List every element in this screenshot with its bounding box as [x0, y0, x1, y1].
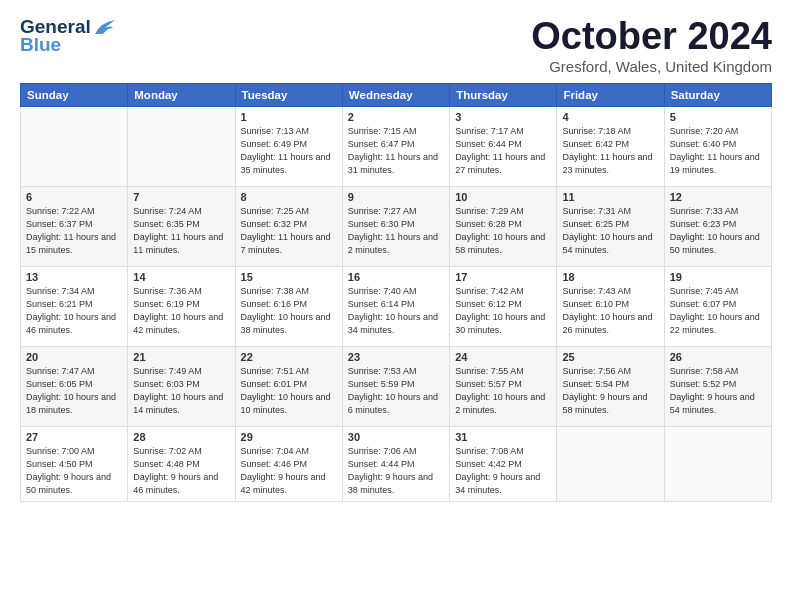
calendar-cell: 4Sunrise: 7:18 AMSunset: 6:42 PMDaylight… [557, 106, 664, 186]
calendar-cell [21, 106, 128, 186]
calendar-cell: 31Sunrise: 7:08 AMSunset: 4:42 PMDayligh… [450, 426, 557, 501]
day-info: Sunrise: 7:56 AMSunset: 5:54 PMDaylight:… [562, 365, 658, 417]
day-info: Sunrise: 7:18 AMSunset: 6:42 PMDaylight:… [562, 125, 658, 177]
header-sunday: Sunday [21, 83, 128, 106]
day-info: Sunrise: 7:45 AMSunset: 6:07 PMDaylight:… [670, 285, 766, 337]
page-header: General Blue October 2024 Gresford, Wale… [20, 16, 772, 75]
day-number: 10 [455, 191, 551, 203]
day-info: Sunrise: 7:17 AMSunset: 6:44 PMDaylight:… [455, 125, 551, 177]
calendar-cell: 30Sunrise: 7:06 AMSunset: 4:44 PMDayligh… [342, 426, 449, 501]
calendar-cell: 27Sunrise: 7:00 AMSunset: 4:50 PMDayligh… [21, 426, 128, 501]
day-number: 17 [455, 271, 551, 283]
calendar-cell: 25Sunrise: 7:56 AMSunset: 5:54 PMDayligh… [557, 346, 664, 426]
header-tuesday: Tuesday [235, 83, 342, 106]
day-number: 29 [241, 431, 337, 443]
day-info: Sunrise: 7:31 AMSunset: 6:25 PMDaylight:… [562, 205, 658, 257]
calendar-cell: 6Sunrise: 7:22 AMSunset: 6:37 PMDaylight… [21, 186, 128, 266]
day-number: 26 [670, 351, 766, 363]
day-info: Sunrise: 7:49 AMSunset: 6:03 PMDaylight:… [133, 365, 229, 417]
week-row-1: 1Sunrise: 7:13 AMSunset: 6:49 PMDaylight… [21, 106, 772, 186]
day-info: Sunrise: 7:43 AMSunset: 6:10 PMDaylight:… [562, 285, 658, 337]
calendar-cell: 13Sunrise: 7:34 AMSunset: 6:21 PMDayligh… [21, 266, 128, 346]
calendar-cell: 23Sunrise: 7:53 AMSunset: 5:59 PMDayligh… [342, 346, 449, 426]
day-number: 27 [26, 431, 122, 443]
day-info: Sunrise: 7:34 AMSunset: 6:21 PMDaylight:… [26, 285, 122, 337]
calendar-cell: 17Sunrise: 7:42 AMSunset: 6:12 PMDayligh… [450, 266, 557, 346]
day-number: 25 [562, 351, 658, 363]
day-number: 8 [241, 191, 337, 203]
day-number: 5 [670, 111, 766, 123]
day-number: 18 [562, 271, 658, 283]
calendar-cell: 3Sunrise: 7:17 AMSunset: 6:44 PMDaylight… [450, 106, 557, 186]
day-number: 31 [455, 431, 551, 443]
day-info: Sunrise: 7:20 AMSunset: 6:40 PMDaylight:… [670, 125, 766, 177]
month-title: October 2024 [531, 16, 772, 58]
day-number: 21 [133, 351, 229, 363]
calendar-cell: 5Sunrise: 7:20 AMSunset: 6:40 PMDaylight… [664, 106, 771, 186]
day-number: 23 [348, 351, 444, 363]
day-number: 1 [241, 111, 337, 123]
day-number: 20 [26, 351, 122, 363]
day-info: Sunrise: 7:02 AMSunset: 4:48 PMDaylight:… [133, 445, 229, 497]
header-thursday: Thursday [450, 83, 557, 106]
day-info: Sunrise: 7:38 AMSunset: 6:16 PMDaylight:… [241, 285, 337, 337]
day-info: Sunrise: 7:33 AMSunset: 6:23 PMDaylight:… [670, 205, 766, 257]
week-row-4: 20Sunrise: 7:47 AMSunset: 6:05 PMDayligh… [21, 346, 772, 426]
day-number: 12 [670, 191, 766, 203]
calendar-cell: 26Sunrise: 7:58 AMSunset: 5:52 PMDayligh… [664, 346, 771, 426]
header-monday: Monday [128, 83, 235, 106]
day-info: Sunrise: 7:13 AMSunset: 6:49 PMDaylight:… [241, 125, 337, 177]
calendar-cell [664, 426, 771, 501]
day-info: Sunrise: 7:06 AMSunset: 4:44 PMDaylight:… [348, 445, 444, 497]
calendar-cell: 21Sunrise: 7:49 AMSunset: 6:03 PMDayligh… [128, 346, 235, 426]
calendar-cell: 15Sunrise: 7:38 AMSunset: 6:16 PMDayligh… [235, 266, 342, 346]
calendar-cell: 8Sunrise: 7:25 AMSunset: 6:32 PMDaylight… [235, 186, 342, 266]
day-info: Sunrise: 7:36 AMSunset: 6:19 PMDaylight:… [133, 285, 229, 337]
day-info: Sunrise: 7:55 AMSunset: 5:57 PMDaylight:… [455, 365, 551, 417]
day-number: 9 [348, 191, 444, 203]
logo-bird-icon [93, 20, 115, 36]
week-row-2: 6Sunrise: 7:22 AMSunset: 6:37 PMDaylight… [21, 186, 772, 266]
calendar-cell: 20Sunrise: 7:47 AMSunset: 6:05 PMDayligh… [21, 346, 128, 426]
day-number: 7 [133, 191, 229, 203]
day-number: 15 [241, 271, 337, 283]
calendar-cell: 10Sunrise: 7:29 AMSunset: 6:28 PMDayligh… [450, 186, 557, 266]
calendar-cell: 29Sunrise: 7:04 AMSunset: 4:46 PMDayligh… [235, 426, 342, 501]
title-block: October 2024 Gresford, Wales, United Kin… [531, 16, 772, 75]
day-number: 19 [670, 271, 766, 283]
day-number: 22 [241, 351, 337, 363]
day-number: 24 [455, 351, 551, 363]
day-number: 6 [26, 191, 122, 203]
day-number: 2 [348, 111, 444, 123]
day-info: Sunrise: 7:24 AMSunset: 6:35 PMDaylight:… [133, 205, 229, 257]
calendar-cell: 14Sunrise: 7:36 AMSunset: 6:19 PMDayligh… [128, 266, 235, 346]
calendar-cell: 24Sunrise: 7:55 AMSunset: 5:57 PMDayligh… [450, 346, 557, 426]
calendar-cell: 19Sunrise: 7:45 AMSunset: 6:07 PMDayligh… [664, 266, 771, 346]
week-row-3: 13Sunrise: 7:34 AMSunset: 6:21 PMDayligh… [21, 266, 772, 346]
calendar-cell: 18Sunrise: 7:43 AMSunset: 6:10 PMDayligh… [557, 266, 664, 346]
day-number: 16 [348, 271, 444, 283]
day-number: 3 [455, 111, 551, 123]
day-number: 11 [562, 191, 658, 203]
header-row: Sunday Monday Tuesday Wednesday Thursday… [21, 83, 772, 106]
day-number: 30 [348, 431, 444, 443]
day-number: 13 [26, 271, 122, 283]
day-info: Sunrise: 7:08 AMSunset: 4:42 PMDaylight:… [455, 445, 551, 497]
calendar-cell [557, 426, 664, 501]
day-number: 28 [133, 431, 229, 443]
header-wednesday: Wednesday [342, 83, 449, 106]
calendar-cell: 11Sunrise: 7:31 AMSunset: 6:25 PMDayligh… [557, 186, 664, 266]
day-info: Sunrise: 7:40 AMSunset: 6:14 PMDaylight:… [348, 285, 444, 337]
day-info: Sunrise: 7:00 AMSunset: 4:50 PMDaylight:… [26, 445, 122, 497]
day-info: Sunrise: 7:42 AMSunset: 6:12 PMDaylight:… [455, 285, 551, 337]
location-subtitle: Gresford, Wales, United Kingdom [531, 58, 772, 75]
day-info: Sunrise: 7:22 AMSunset: 6:37 PMDaylight:… [26, 205, 122, 257]
logo-line2: Blue [20, 34, 61, 56]
calendar-cell: 28Sunrise: 7:02 AMSunset: 4:48 PMDayligh… [128, 426, 235, 501]
day-info: Sunrise: 7:53 AMSunset: 5:59 PMDaylight:… [348, 365, 444, 417]
calendar-cell: 1Sunrise: 7:13 AMSunset: 6:49 PMDaylight… [235, 106, 342, 186]
day-info: Sunrise: 7:04 AMSunset: 4:46 PMDaylight:… [241, 445, 337, 497]
calendar-cell: 9Sunrise: 7:27 AMSunset: 6:30 PMDaylight… [342, 186, 449, 266]
calendar-table: Sunday Monday Tuesday Wednesday Thursday… [20, 83, 772, 502]
day-info: Sunrise: 7:47 AMSunset: 6:05 PMDaylight:… [26, 365, 122, 417]
